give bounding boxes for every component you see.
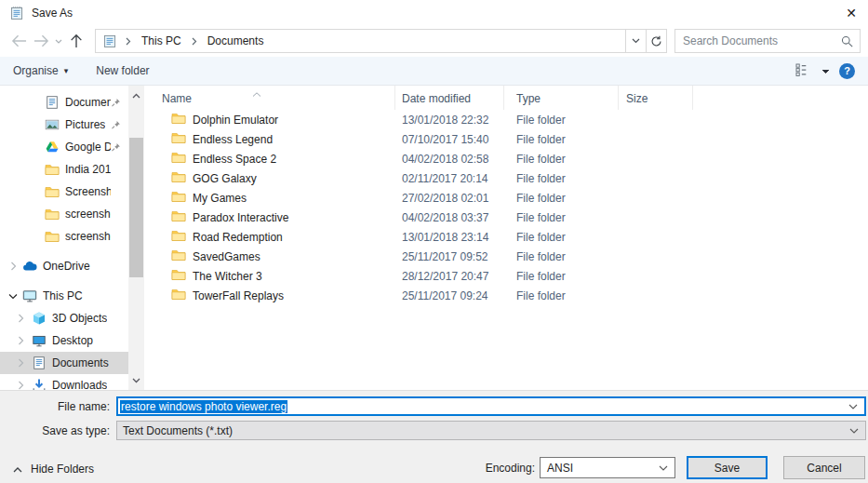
breadcrumb-chevron-icon[interactable] bbox=[188, 37, 201, 46]
scroll-down-icon[interactable] bbox=[128, 372, 144, 388]
details-view-icon[interactable] bbox=[795, 63, 812, 79]
expand-chevron-icon[interactable] bbox=[7, 293, 19, 300]
navigation-bar: This PC Documents bbox=[0, 25, 868, 57]
file-row[interactable]: Endless Legend 07/10/2017 15:40 File fol… bbox=[148, 129, 868, 149]
file-row-type: File folder bbox=[504, 153, 619, 166]
organise-button[interactable]: Organise ▾ bbox=[13, 64, 68, 77]
expand-chevron-icon[interactable] bbox=[15, 381, 26, 390]
sidebar-item-label: screenshots bbox=[65, 208, 111, 221]
sidebar-item-pictures[interactable]: Pictures bbox=[0, 114, 128, 136]
sidebar-item-3d-objects[interactable]: 3D Objects bbox=[0, 307, 128, 329]
location-document-icon bbox=[102, 34, 117, 48]
encoding-select[interactable]: ANSI bbox=[540, 457, 675, 478]
sidebar-item-label: 3D Objects bbox=[52, 312, 107, 325]
file-row-date-modified: 28/12/2017 20:47 bbox=[395, 270, 504, 283]
address-dropdown-chevron-icon[interactable] bbox=[625, 29, 647, 53]
breadcrumb-this-pc[interactable]: This PC bbox=[135, 30, 188, 52]
file-row-type: File folder bbox=[504, 114, 619, 127]
file-row[interactable]: My Games 27/02/2018 02:01 File folder bbox=[148, 188, 868, 208]
view-options-chevron-icon[interactable] bbox=[821, 64, 830, 77]
file-row-date-modified: 07/10/2017 15:40 bbox=[395, 133, 504, 146]
refresh-icon[interactable] bbox=[646, 29, 667, 53]
folder-icon bbox=[45, 207, 60, 221]
pin-icon bbox=[111, 187, 121, 197]
sidebar-item-documents[interactable]: Documents bbox=[0, 91, 128, 114]
search-icon[interactable] bbox=[837, 35, 856, 47]
file-row[interactable]: SavedGames 25/11/2017 09:52 File folder bbox=[148, 247, 868, 266]
sidebar-item-documents[interactable]: Documents bbox=[0, 352, 128, 374]
organise-label: Organise bbox=[13, 64, 59, 77]
file-row-name: Road Redemption bbox=[193, 231, 283, 244]
column-header-date-modified[interactable]: Date modified bbox=[395, 86, 504, 110]
file-row-name: Dolphin Emulator bbox=[193, 114, 278, 127]
file-row[interactable]: TowerFall Replays 25/11/2017 09:24 File … bbox=[148, 286, 868, 305]
expand-chevron-icon[interactable] bbox=[15, 314, 26, 323]
save-as-type-select[interactable]: Text Documents (*.txt) bbox=[116, 421, 866, 440]
hide-folders-button[interactable]: Hide Folders bbox=[13, 458, 94, 480]
expand-chevron-icon[interactable] bbox=[7, 262, 19, 271]
file-row-date-modified: 04/02/2018 03:37 bbox=[395, 211, 504, 224]
cancel-button[interactable]: Cancel bbox=[783, 456, 865, 479]
sidebar-item-screenshots[interactable]: screenshots bbox=[0, 225, 128, 248]
file-rows: Dolphin Emulator 13/01/2018 22:32 File f… bbox=[148, 110, 868, 305]
column-header-size[interactable]: Size bbox=[619, 86, 693, 110]
sidebar-item-desktop[interactable]: Desktop bbox=[0, 329, 128, 352]
expand-chevron-icon[interactable] bbox=[15, 358, 26, 368]
pin-icon bbox=[111, 165, 121, 175]
sidebar-item-screenshots[interactable]: Screenshots bbox=[0, 181, 128, 203]
file-row-date-modified: 13/01/2018 23:14 bbox=[395, 231, 504, 244]
sidebar-item-onedrive[interactable]: OneDrive bbox=[0, 255, 128, 277]
file-row[interactable]: Endless Space 2 04/02/2018 02:58 File fo… bbox=[148, 149, 868, 168]
file-name-dropdown-chevron-icon[interactable] bbox=[848, 404, 858, 409]
file-row-date-modified: 13/01/2018 22:32 bbox=[395, 114, 504, 127]
file-list: Name Date modified Type Size Dolphin Emu… bbox=[144, 86, 868, 390]
sidebar-item-india-2018[interactable]: India 2018 bbox=[0, 158, 128, 181]
folder-icon bbox=[45, 184, 60, 199]
save-button[interactable]: Save bbox=[687, 456, 768, 479]
back-icon[interactable] bbox=[7, 30, 30, 52]
document-icon bbox=[45, 95, 60, 110]
folder-icon bbox=[171, 150, 186, 168]
scrollbar-thumb[interactable] bbox=[129, 138, 143, 277]
column-header-name[interactable]: Name bbox=[148, 86, 395, 110]
file-row-name: The Witcher 3 bbox=[193, 270, 262, 283]
help-icon[interactable]: ? bbox=[839, 63, 855, 79]
file-row[interactable]: Road Redemption 13/01/2018 23:14 File fo… bbox=[148, 227, 868, 247]
sidebar-item-screenshots[interactable]: screenshots bbox=[0, 203, 128, 225]
sidebar-item-this-pc[interactable]: This PC bbox=[0, 285, 128, 307]
file-name-value: restore windows photo viewer.reg bbox=[120, 400, 287, 413]
file-row[interactable]: Dolphin Emulator 13/01/2018 22:32 File f… bbox=[148, 110, 868, 129]
address-bar[interactable]: This PC Documents bbox=[95, 29, 626, 53]
sidebar-item-google-drive[interactable]: Google Drive bbox=[0, 136, 128, 158]
recent-locations-chevron-icon[interactable] bbox=[52, 30, 65, 52]
file-row[interactable]: The Witcher 3 28/12/2017 20:47 File fold… bbox=[148, 266, 868, 286]
expand-chevron-icon[interactable] bbox=[15, 336, 26, 345]
column-header-type[interactable]: Type bbox=[504, 86, 619, 110]
pin-icon bbox=[111, 232, 121, 242]
file-row-name: GOG Galaxy bbox=[193, 172, 257, 185]
breadcrumb-documents[interactable]: Documents bbox=[201, 30, 271, 52]
pin-icon bbox=[111, 291, 121, 302]
organise-dropdown-chevron-icon: ▾ bbox=[64, 66, 69, 75]
new-folder-label: New folder bbox=[96, 64, 149, 77]
folder-icon bbox=[171, 111, 186, 128]
file-row[interactable]: GOG Galaxy 02/11/2017 20:14 File folder bbox=[148, 168, 868, 188]
encoding-value: ANSI bbox=[547, 462, 573, 475]
search-input[interactable] bbox=[675, 34, 837, 47]
forward-icon[interactable] bbox=[30, 30, 52, 52]
save-as-type-label: Save as type: bbox=[0, 424, 110, 437]
sidebar-item-label: screenshots bbox=[65, 230, 111, 243]
sidebar-scrollbar[interactable] bbox=[128, 86, 144, 390]
up-icon[interactable] bbox=[65, 30, 87, 52]
new-folder-button[interactable]: New folder bbox=[96, 64, 149, 77]
save-as-type-value: Text Documents (*.txt) bbox=[123, 424, 233, 437]
sidebar-item-downloads[interactable]: Downloads bbox=[0, 374, 128, 390]
hide-folders-label: Hide Folders bbox=[31, 463, 94, 476]
file-name-input[interactable]: restore windows photo viewer.reg bbox=[116, 396, 866, 416]
file-row-type: File folder bbox=[504, 289, 619, 302]
breadcrumb-chevron-icon[interactable] bbox=[122, 37, 135, 46]
file-row[interactable]: Paradox Interactive 04/02/2018 03:37 Fil… bbox=[148, 208, 868, 227]
scroll-up-icon[interactable] bbox=[128, 87, 144, 103]
close-icon[interactable]: ✕ bbox=[831, 6, 859, 20]
file-row-date-modified: 04/02/2018 02:58 bbox=[395, 153, 504, 166]
